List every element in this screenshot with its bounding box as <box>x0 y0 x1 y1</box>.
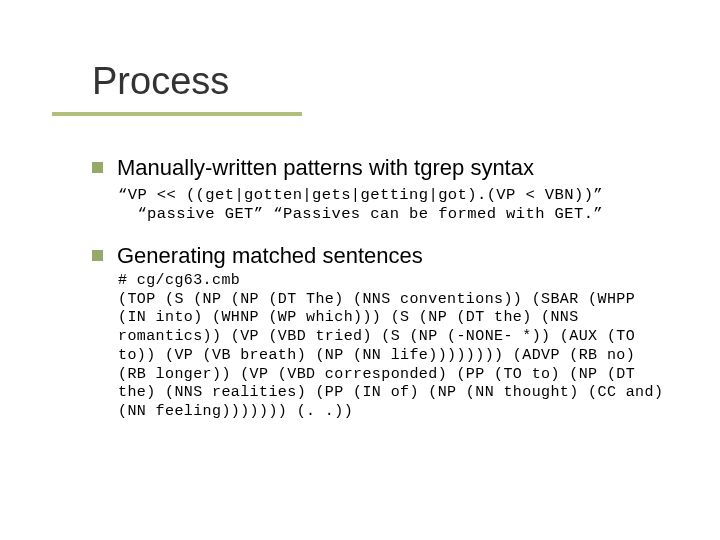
bullet-item: Manually-written patterns with tgrep syn… <box>92 154 662 182</box>
bullet-item: Generating matched sentences <box>92 242 662 270</box>
title-wrap: Process <box>92 60 229 103</box>
slide: Process Manually-written patterns with t… <box>0 0 720 540</box>
code-block: # cg/cg63.cmb (TOP (S (NP (NP (DT The) (… <box>118 272 668 422</box>
square-bullet-icon <box>92 162 103 173</box>
title-underline <box>52 112 302 116</box>
slide-body: Manually-written patterns with tgrep syn… <box>92 150 662 422</box>
code-block: “VP << ((get|gotten|gets|getting|got).(V… <box>118 186 662 225</box>
bullet-text: Generating matched sentences <box>117 242 423 270</box>
slide-title: Process <box>92 60 229 103</box>
square-bullet-icon <box>92 250 103 261</box>
bullet-text: Manually-written patterns with tgrep syn… <box>117 154 534 182</box>
